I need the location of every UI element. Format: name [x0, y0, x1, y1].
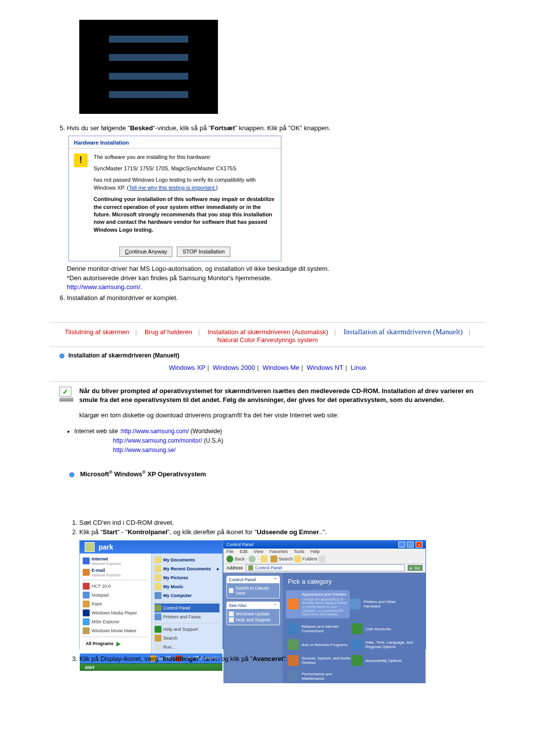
nav-tabs: Tilslutning af skærmen| Brug af holderen… — [50, 322, 485, 347]
tab-connect[interactable]: Tilslutning af skærmen — [65, 328, 129, 336]
cat-network[interactable]: Network and Internet Connections — [288, 623, 352, 634]
screenshot-image-top — [79, 20, 218, 114]
sm-mymusic[interactable]: My Music — [155, 582, 220, 591]
address-label: Address — [226, 565, 243, 570]
samsung-usa-link[interactable]: http://www.samsung.com/monitor/ (U.S.A) — [113, 436, 485, 446]
sm-wmp[interactable]: Windows Media Player — [83, 608, 148, 617]
sm-all-programs[interactable]: All Programs▶ — [83, 639, 148, 649]
address-field[interactable]: Control Panel — [246, 564, 405, 571]
menu-edit[interactable]: Edit — [240, 549, 248, 554]
sm-search[interactable]: Search — [155, 634, 220, 643]
section-heading-manual: Installation af skærmdriveren (Manuelt) — [59, 352, 485, 359]
dialog-warning-text: Continuing your installation of this sof… — [94, 196, 276, 234]
sm-printers[interactable]: Printers and Faxes — [155, 612, 220, 621]
sm-recent[interactable]: My Recent Documents ▸ — [155, 564, 220, 573]
prompt-bold-text: Når du bliver prompted af operativsystem… — [79, 387, 476, 404]
back-icon[interactable] — [226, 555, 233, 562]
cp-menu-bar: File Edit View Favorites Tools Help — [223, 549, 426, 554]
windows-xp-heading: Microsoft® Windows® XP Operativsystem — [69, 470, 485, 478]
xp-step-2: Klik på "Start" - "Kontrolpanel", og kli… — [79, 527, 485, 537]
tab-holder[interactable]: Brug af holderen — [145, 328, 192, 336]
sm-run[interactable]: Run... — [155, 643, 220, 652]
cat-appearance[interactable]: Appearance and ThemesChange the appearan… — [286, 590, 350, 618]
switch-classic-view[interactable]: Switch to Classic View — [229, 585, 277, 596]
samsung-worldwide-link[interactable]: http://www.samsung.com/ — [121, 428, 189, 435]
see-also-header: See Also — [229, 603, 247, 608]
cat-performance[interactable]: Performance and Maintenance — [288, 671, 352, 682]
cat-datetime[interactable]: Date, Time, Language, and Regional Optio… — [352, 639, 416, 650]
sm-paint[interactable]: Paint — [83, 600, 148, 608]
collapse-icon-2[interactable]: ⌃ — [273, 603, 277, 608]
samsung-se-link[interactable]: http://www.samsung.se/ — [113, 446, 485, 455]
dialog-title: Hardware Installation — [69, 136, 281, 148]
os-link-xp[interactable]: Windows XP — [169, 364, 206, 371]
hardware-installation-dialog: Hardware Installation The software you a… — [68, 136, 281, 261]
sm-hct[interactable]: HCT 10.0 — [83, 582, 148, 591]
sm-msn[interactable]: MSN Explorer — [83, 617, 148, 626]
start-menu-screenshot: park InternetInternet Explorer E-mailOut… — [79, 540, 223, 649]
step-6: Installation af monitordriver er komplet… — [67, 294, 485, 302]
pick-category-heading: Pick a category — [288, 578, 421, 585]
sm-mypics[interactable]: My Pictures — [155, 573, 220, 582]
cp-window-title: Control Panel — [226, 542, 254, 547]
side-help-support[interactable]: Help and Support — [229, 617, 277, 623]
cat-sounds[interactable]: Sounds, Speech, and Audio Devices — [288, 655, 352, 666]
menu-favorites[interactable]: Favorites — [269, 549, 288, 554]
up-icon[interactable] — [261, 555, 268, 562]
os-link-linux[interactable]: Linux — [351, 364, 366, 371]
xp-step-1: Sæt CD'en ind i CD-ROM drevet. — [79, 518, 485, 528]
close-button[interactable]: × — [416, 542, 423, 548]
os-link-nt[interactable]: Windows NT — [307, 364, 343, 371]
minimize-button[interactable]: _ — [398, 542, 405, 548]
internet-website-item: Internet web site :http://www.samsung.co… — [74, 427, 485, 436]
tab-driver-auto[interactable]: Installation af skærmdriveren (Automatis… — [208, 328, 328, 336]
sm-notepad[interactable]: Notepad — [83, 591, 148, 600]
stop-installation-button[interactable]: STOP Installation — [177, 247, 230, 257]
cat-users[interactable]: User Accounts — [352, 623, 416, 634]
sm-email[interactable]: E-mailOutlook Express — [83, 567, 148, 578]
sm-internet[interactable]: InternetInternet Explorer — [83, 555, 148, 567]
search-icon[interactable] — [270, 555, 277, 562]
os-links: Windows XP| Windows 2000| Windows Me| Wi… — [50, 364, 485, 371]
sm-help[interactable]: Help and Support — [155, 625, 220, 634]
sm-wmm[interactable]: Windows Movie Maker — [83, 626, 148, 635]
checkmark-icon: ✓ — [59, 387, 79, 420]
views-icon[interactable] — [319, 555, 325, 562]
forward-icon — [249, 555, 256, 562]
dialog-line-logotest: has not passed Windows Logo testing to v… — [94, 176, 276, 192]
username-label: park — [99, 543, 113, 551]
os-link-me[interactable]: Windows Me — [263, 364, 299, 371]
tab-natural-color[interactable]: Natural Color Farvestyrings system — [217, 336, 318, 344]
samsung-link[interactable]: http://www.samsung.com/ — [67, 283, 140, 291]
menu-tools[interactable]: Tools — [294, 549, 304, 554]
start-button[interactable]: start — [80, 663, 222, 671]
cat-accessibility[interactable]: Accessibility Options — [352, 655, 416, 666]
sm-mydocs[interactable]: My Documents — [155, 555, 220, 564]
menu-help[interactable]: Help — [311, 549, 320, 554]
maximize-button[interactable]: □ — [407, 542, 414, 548]
cp-side-header: Control Panel — [229, 577, 256, 582]
dialog-line-model: SyncMaster 171S/ 175S/ 170S, MagicSyncMa… — [94, 165, 276, 172]
step5-note: Denne monitor-driver har MS Logo-autoris… — [67, 264, 485, 292]
tell-me-why-link[interactable]: Tell me why this testing is important. — [129, 185, 216, 191]
dialog-line-hardware: The software you are installing for this… — [94, 153, 276, 161]
cat-printers[interactable]: Printers and Other Hardware — [350, 590, 414, 618]
menu-file[interactable]: File — [226, 549, 234, 554]
sm-mycomp[interactable]: My Computer — [155, 591, 220, 600]
os-link-2000[interactable]: Windows 2000 — [213, 364, 255, 371]
prompt-regular-text: klargør en tom diskette og download driv… — [79, 411, 476, 420]
tab-driver-manual[interactable]: Installation af skærmdriveren (Manuelt) — [344, 328, 463, 336]
collapse-icon[interactable]: ⌃ — [273, 577, 277, 582]
user-avatar — [85, 542, 95, 552]
warning-icon — [74, 153, 88, 167]
control-panel-screenshot: Control Panel _ □ × File Edit View Favor… — [223, 540, 426, 649]
step-5: Hvis du ser følgende "Besked"-vindue, kl… — [67, 124, 485, 292]
go-button[interactable]: ▸ Go — [408, 565, 423, 571]
folders-icon[interactable] — [294, 555, 301, 562]
continue-anyway-button[interactable]: CContinue Anywayontinue Anyway — [119, 247, 172, 257]
cat-addremove[interactable]: Add or Remove Programs — [288, 639, 352, 650]
sm-control-panel[interactable]: Control Panel — [155, 604, 220, 612]
menu-view[interactable]: View — [254, 549, 263, 554]
side-windows-update[interactable]: Windows Update — [229, 611, 277, 617]
